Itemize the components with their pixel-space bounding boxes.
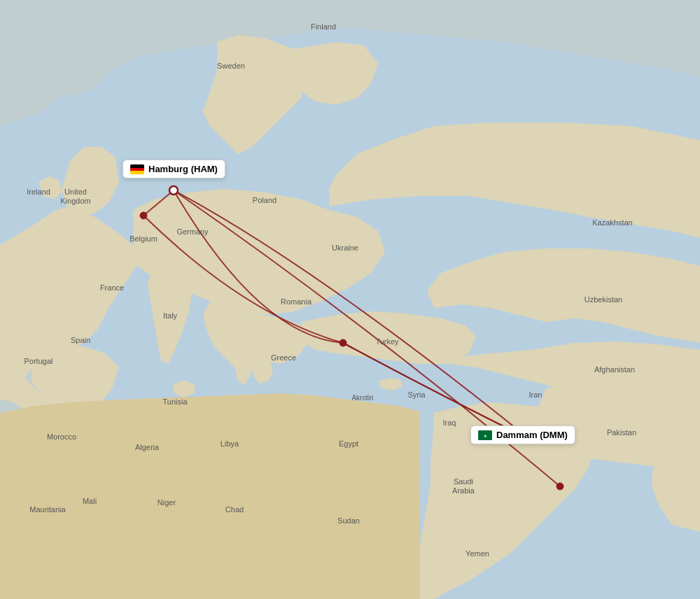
- svg-text:Egypt: Egypt: [339, 439, 358, 448]
- svg-text:Sweden: Sweden: [217, 62, 245, 70]
- svg-text:Morocco: Morocco: [47, 432, 76, 441]
- svg-text:Sudan: Sudan: [337, 516, 360, 525]
- svg-text:United: United: [64, 188, 87, 196]
- svg-text:Poland: Poland: [253, 196, 276, 204]
- svg-text:Uzbekistan: Uzbekistan: [584, 295, 622, 304]
- svg-text:Libya: Libya: [220, 439, 239, 448]
- svg-text:Chad: Chad: [225, 505, 244, 514]
- svg-text:France: France: [100, 283, 124, 292]
- hamburg-label: Hamburg (HAM): [148, 164, 218, 174]
- svg-text:Pakistan: Pakistan: [607, 428, 636, 437]
- svg-text:Greece: Greece: [271, 353, 296, 362]
- svg-text:Ireland: Ireland: [27, 188, 50, 196]
- svg-text:Mali: Mali: [83, 497, 97, 505]
- svg-text:Iraq: Iraq: [443, 418, 456, 427]
- hamburg-tooltip: Hamburg (HAM): [122, 160, 225, 178]
- map-container: Finland Sweden United Kingdom Ireland Be…: [0, 0, 700, 599]
- svg-text:Tunisia: Tunisia: [162, 397, 188, 406]
- svg-text:Niger: Niger: [158, 498, 176, 507]
- svg-point-1: [340, 339, 346, 346]
- svg-text:Romania: Romania: [281, 297, 312, 306]
- svg-point-4: [556, 483, 564, 490]
- svg-text:Yemen: Yemen: [465, 549, 489, 558]
- svg-text:Kingdom: Kingdom: [60, 197, 90, 205]
- svg-text:Arabia: Arabia: [452, 486, 475, 495]
- svg-text:Mauritania: Mauritania: [29, 505, 66, 514]
- svg-text:Syria: Syria: [407, 390, 426, 399]
- svg-point-5: [169, 186, 178, 195]
- svg-text:Turkey: Turkey: [375, 337, 399, 346]
- svg-text:Iran: Iran: [529, 390, 542, 399]
- svg-text:Algeria: Algeria: [135, 443, 160, 451]
- svg-text:Germany: Germany: [176, 227, 209, 236]
- dammam-label: Dammam (DMM): [496, 430, 568, 440]
- svg-text:Portugal: Portugal: [24, 357, 53, 365]
- svg-text:Finland: Finland: [311, 22, 336, 31]
- svg-text:Afghanistan: Afghanistan: [594, 365, 635, 374]
- svg-text:Saudi: Saudi: [454, 477, 473, 486]
- germany-flag-icon: [130, 164, 144, 174]
- svg-point-2: [140, 212, 147, 219]
- svg-text:Italy: Italy: [163, 311, 178, 320]
- svg-text:Kazakhstan: Kazakhstan: [592, 218, 632, 227]
- map-svg: Finland Sweden United Kingdom Ireland Be…: [0, 0, 700, 599]
- dammam-tooltip: ★ Dammam (DMM): [470, 425, 575, 444]
- svg-text:Spain: Spain: [71, 336, 90, 344]
- svg-text:Belgium: Belgium: [130, 234, 158, 243]
- svg-text:Ukraine: Ukraine: [332, 244, 358, 252]
- saudi-flag-icon: ★: [478, 430, 492, 440]
- svg-text:Akrotiri: Akrotiri: [351, 394, 373, 402]
